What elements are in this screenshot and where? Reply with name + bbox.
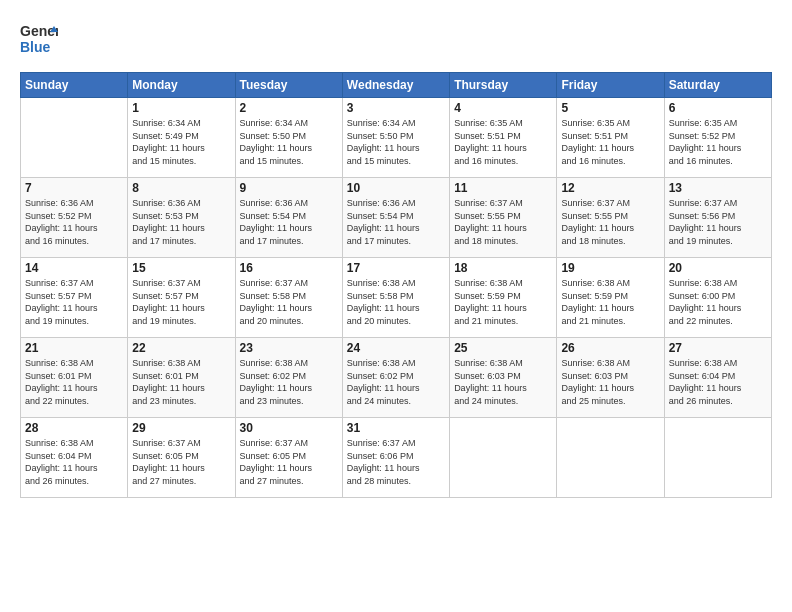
day-number: 20 <box>669 261 767 275</box>
day-info: Sunrise: 6:38 AM Sunset: 6:01 PM Dayligh… <box>25 357 123 407</box>
day-cell: 14Sunrise: 6:37 AM Sunset: 5:57 PM Dayli… <box>21 258 128 338</box>
day-number: 6 <box>669 101 767 115</box>
day-number: 14 <box>25 261 123 275</box>
day-cell: 10Sunrise: 6:36 AM Sunset: 5:54 PM Dayli… <box>342 178 449 258</box>
day-number: 30 <box>240 421 338 435</box>
day-info: Sunrise: 6:34 AM Sunset: 5:50 PM Dayligh… <box>347 117 445 167</box>
day-cell: 24Sunrise: 6:38 AM Sunset: 6:02 PM Dayli… <box>342 338 449 418</box>
day-number: 18 <box>454 261 552 275</box>
day-cell: 25Sunrise: 6:38 AM Sunset: 6:03 PM Dayli… <box>450 338 557 418</box>
day-cell: 16Sunrise: 6:37 AM Sunset: 5:58 PM Dayli… <box>235 258 342 338</box>
day-info: Sunrise: 6:37 AM Sunset: 5:55 PM Dayligh… <box>561 197 659 247</box>
day-cell: 20Sunrise: 6:38 AM Sunset: 6:00 PM Dayli… <box>664 258 771 338</box>
day-cell: 2Sunrise: 6:34 AM Sunset: 5:50 PM Daylig… <box>235 98 342 178</box>
day-cell <box>557 418 664 498</box>
header-row: SundayMondayTuesdayWednesdayThursdayFrid… <box>21 73 772 98</box>
day-number: 15 <box>132 261 230 275</box>
day-number: 29 <box>132 421 230 435</box>
day-info: Sunrise: 6:38 AM Sunset: 6:01 PM Dayligh… <box>132 357 230 407</box>
day-number: 24 <box>347 341 445 355</box>
day-info: Sunrise: 6:35 AM Sunset: 5:51 PM Dayligh… <box>454 117 552 167</box>
day-cell: 30Sunrise: 6:37 AM Sunset: 6:05 PM Dayli… <box>235 418 342 498</box>
week-row-1: 1Sunrise: 6:34 AM Sunset: 5:49 PM Daylig… <box>21 98 772 178</box>
day-cell: 1Sunrise: 6:34 AM Sunset: 5:49 PM Daylig… <box>128 98 235 178</box>
day-info: Sunrise: 6:37 AM Sunset: 6:05 PM Dayligh… <box>240 437 338 487</box>
day-number: 22 <box>132 341 230 355</box>
day-cell: 29Sunrise: 6:37 AM Sunset: 6:05 PM Dayli… <box>128 418 235 498</box>
logo-icon: General Blue <box>20 18 58 56</box>
header-cell-thursday: Thursday <box>450 73 557 98</box>
day-number: 1 <box>132 101 230 115</box>
day-cell: 26Sunrise: 6:38 AM Sunset: 6:03 PM Dayli… <box>557 338 664 418</box>
day-info: Sunrise: 6:36 AM Sunset: 5:53 PM Dayligh… <box>132 197 230 247</box>
week-row-3: 14Sunrise: 6:37 AM Sunset: 5:57 PM Dayli… <box>21 258 772 338</box>
day-info: Sunrise: 6:36 AM Sunset: 5:54 PM Dayligh… <box>240 197 338 247</box>
day-number: 9 <box>240 181 338 195</box>
day-info: Sunrise: 6:38 AM Sunset: 6:04 PM Dayligh… <box>669 357 767 407</box>
day-info: Sunrise: 6:38 AM Sunset: 6:00 PM Dayligh… <box>669 277 767 327</box>
day-cell: 31Sunrise: 6:37 AM Sunset: 6:06 PM Dayli… <box>342 418 449 498</box>
day-number: 31 <box>347 421 445 435</box>
day-info: Sunrise: 6:37 AM Sunset: 5:57 PM Dayligh… <box>132 277 230 327</box>
day-cell: 28Sunrise: 6:38 AM Sunset: 6:04 PM Dayli… <box>21 418 128 498</box>
day-info: Sunrise: 6:37 AM Sunset: 6:06 PM Dayligh… <box>347 437 445 487</box>
day-info: Sunrise: 6:38 AM Sunset: 6:04 PM Dayligh… <box>25 437 123 487</box>
header-cell-wednesday: Wednesday <box>342 73 449 98</box>
logo: General Blue <box>20 18 58 60</box>
day-number: 4 <box>454 101 552 115</box>
day-cell: 15Sunrise: 6:37 AM Sunset: 5:57 PM Dayli… <box>128 258 235 338</box>
day-number: 17 <box>347 261 445 275</box>
day-number: 2 <box>240 101 338 115</box>
page: General Blue SundayMondayTuesdayWednesda… <box>0 0 792 508</box>
day-number: 3 <box>347 101 445 115</box>
day-cell: 21Sunrise: 6:38 AM Sunset: 6:01 PM Dayli… <box>21 338 128 418</box>
day-cell: 4Sunrise: 6:35 AM Sunset: 5:51 PM Daylig… <box>450 98 557 178</box>
day-cell: 8Sunrise: 6:36 AM Sunset: 5:53 PM Daylig… <box>128 178 235 258</box>
day-number: 23 <box>240 341 338 355</box>
header-cell-monday: Monday <box>128 73 235 98</box>
day-number: 19 <box>561 261 659 275</box>
day-cell: 3Sunrise: 6:34 AM Sunset: 5:50 PM Daylig… <box>342 98 449 178</box>
day-info: Sunrise: 6:34 AM Sunset: 5:49 PM Dayligh… <box>132 117 230 167</box>
day-number: 28 <box>25 421 123 435</box>
day-cell <box>450 418 557 498</box>
day-number: 8 <box>132 181 230 195</box>
day-cell <box>664 418 771 498</box>
day-number: 7 <box>25 181 123 195</box>
day-cell: 13Sunrise: 6:37 AM Sunset: 5:56 PM Dayli… <box>664 178 771 258</box>
day-info: Sunrise: 6:37 AM Sunset: 5:56 PM Dayligh… <box>669 197 767 247</box>
day-info: Sunrise: 6:38 AM Sunset: 6:03 PM Dayligh… <box>561 357 659 407</box>
day-cell: 5Sunrise: 6:35 AM Sunset: 5:51 PM Daylig… <box>557 98 664 178</box>
header-cell-sunday: Sunday <box>21 73 128 98</box>
week-row-2: 7Sunrise: 6:36 AM Sunset: 5:52 PM Daylig… <box>21 178 772 258</box>
day-info: Sunrise: 6:37 AM Sunset: 5:55 PM Dayligh… <box>454 197 552 247</box>
header-cell-friday: Friday <box>557 73 664 98</box>
day-number: 25 <box>454 341 552 355</box>
header: General Blue <box>20 18 772 60</box>
day-number: 13 <box>669 181 767 195</box>
day-cell: 18Sunrise: 6:38 AM Sunset: 5:59 PM Dayli… <box>450 258 557 338</box>
day-number: 27 <box>669 341 767 355</box>
day-cell: 19Sunrise: 6:38 AM Sunset: 5:59 PM Dayli… <box>557 258 664 338</box>
header-cell-saturday: Saturday <box>664 73 771 98</box>
day-info: Sunrise: 6:35 AM Sunset: 5:52 PM Dayligh… <box>669 117 767 167</box>
day-info: Sunrise: 6:38 AM Sunset: 5:59 PM Dayligh… <box>454 277 552 327</box>
day-cell: 11Sunrise: 6:37 AM Sunset: 5:55 PM Dayli… <box>450 178 557 258</box>
day-info: Sunrise: 6:37 AM Sunset: 5:58 PM Dayligh… <box>240 277 338 327</box>
day-info: Sunrise: 6:38 AM Sunset: 6:03 PM Dayligh… <box>454 357 552 407</box>
day-number: 11 <box>454 181 552 195</box>
day-number: 21 <box>25 341 123 355</box>
day-cell <box>21 98 128 178</box>
week-row-4: 21Sunrise: 6:38 AM Sunset: 6:01 PM Dayli… <box>21 338 772 418</box>
day-info: Sunrise: 6:36 AM Sunset: 5:54 PM Dayligh… <box>347 197 445 247</box>
day-info: Sunrise: 6:38 AM Sunset: 5:58 PM Dayligh… <box>347 277 445 327</box>
day-info: Sunrise: 6:34 AM Sunset: 5:50 PM Dayligh… <box>240 117 338 167</box>
day-cell: 9Sunrise: 6:36 AM Sunset: 5:54 PM Daylig… <box>235 178 342 258</box>
day-cell: 22Sunrise: 6:38 AM Sunset: 6:01 PM Dayli… <box>128 338 235 418</box>
day-info: Sunrise: 6:36 AM Sunset: 5:52 PM Dayligh… <box>25 197 123 247</box>
day-info: Sunrise: 6:38 AM Sunset: 6:02 PM Dayligh… <box>240 357 338 407</box>
day-cell: 17Sunrise: 6:38 AM Sunset: 5:58 PM Dayli… <box>342 258 449 338</box>
day-number: 16 <box>240 261 338 275</box>
day-cell: 23Sunrise: 6:38 AM Sunset: 6:02 PM Dayli… <box>235 338 342 418</box>
day-number: 12 <box>561 181 659 195</box>
